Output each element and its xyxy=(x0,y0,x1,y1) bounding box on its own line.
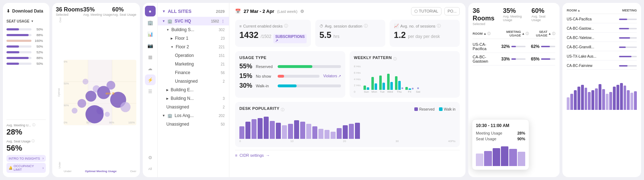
avg-seat-metric: Avg. Seat Usage ⓘ 56% xyxy=(6,139,46,153)
building-n[interactable]: ▶ Building N... 3 xyxy=(158,94,229,103)
rp1-row-0[interactable]: US-CA-Pacifica 32% 62% xyxy=(473,40,555,53)
big-chart xyxy=(567,74,637,173)
download-button[interactable]: ⬇ Download Data xyxy=(6,7,46,15)
site-svchq[interactable]: ▼ 🏢 SVC HQ 1502 ⋮ xyxy=(158,17,229,25)
nav-icon-cloud[interactable]: ☁ xyxy=(145,63,156,74)
operation-item[interactable]: Operation 151 xyxy=(158,51,229,60)
svg-text:45% ①: 45% ① xyxy=(106,92,114,95)
rp2-row-5[interactable]: CA-BC-Fairview xyxy=(567,62,637,70)
unassigned-la[interactable]: Unassigned 50 xyxy=(158,120,229,128)
bar-row-6: 88% xyxy=(6,56,46,60)
chart-icon-stat: 📈 xyxy=(394,24,399,28)
building-s[interactable]: ▼ Building S... 302 xyxy=(158,25,229,34)
rp2-row-3[interactable]: CA-BC-Granvill... xyxy=(567,43,637,51)
day-tue: Tue xyxy=(379,67,385,93)
sort-icon-seat[interactable]: ▲ xyxy=(548,32,551,35)
rp2-row-0[interactable]: US-CA-Pacifica xyxy=(567,15,637,23)
tutorial-btn[interactable]: ⬡ TUTORIAL xyxy=(411,7,441,15)
nav-icon-settings[interactable]: ⚙ xyxy=(145,152,156,163)
all-sites-header[interactable]: ▼ ALL SITES 2029 xyxy=(158,6,229,17)
svg-point-17 xyxy=(86,105,104,123)
rp2-row-4[interactable]: US-TX-Lake Aus... xyxy=(567,53,637,60)
nav-icon-home[interactable]: ● xyxy=(145,6,156,16)
info-icon-weekly: ⓘ xyxy=(393,57,397,62)
rp1-table-header: ROOM ▲ ⓘ MEETING USAGE ▲ ⓘ SEAT USAGE ▲ … xyxy=(473,29,555,39)
walkin-usage-row: 30% Walk-in xyxy=(239,82,341,89)
floor-1[interactable]: ▶ Floor 1 23 xyxy=(158,34,229,43)
nav-icon-grid[interactable]: ▦ xyxy=(145,52,156,62)
violators-link[interactable]: Violators ↗ xyxy=(323,74,341,78)
popularity-bars xyxy=(239,116,455,139)
icon-nav: ● 🏢 📊 📷 ▦ ☁ ⚡ ☰ ⚙ All xyxy=(143,3,158,177)
y-axis: Over Optimal Under xyxy=(56,19,63,166)
bubble-chart-area: Over Optimal Under xyxy=(56,19,136,174)
site-losangeles[interactable]: ▼ 🏢 Los Ang... 202 xyxy=(158,111,229,120)
svg-point-13 xyxy=(120,102,130,112)
info-icon-room: ⓘ xyxy=(487,31,491,36)
cidr-footer[interactable]: ≡ CIDR settings → xyxy=(235,150,460,157)
rp2-row-2[interactable]: CA-BC-Yaletow... xyxy=(567,34,637,42)
usage-type-title: USAGE TYPE xyxy=(239,55,341,60)
floor-2[interactable]: ▼ Floor 2 221 xyxy=(158,43,229,51)
rooms-selected-stat: 36 Rooms Selected xyxy=(56,6,83,16)
date-range: 📅 27 Mar - 2 Apr (Last week) ⚙ xyxy=(235,9,304,14)
nav-icon-building[interactable]: 🏢 xyxy=(145,17,156,28)
download-label: Download Data xyxy=(12,9,43,14)
svg-point-6 xyxy=(72,108,77,113)
unassigned-f2[interactable]: Unassigned 2 xyxy=(158,77,229,86)
intro-insights-btn[interactable]: INTRO TO INSIGHTS › xyxy=(6,155,46,162)
nav-icon-camera[interactable]: 📷 xyxy=(145,40,156,51)
info-icon-sessions: ⓘ xyxy=(437,23,441,29)
rp1-seat: 60% Avg. Seat Usage xyxy=(532,7,555,26)
sort-icon-meeting[interactable]: ▲ xyxy=(522,32,525,35)
chevron-down-icon: ▼ xyxy=(162,9,166,13)
right-panel-1: 36 Rooms Selected 35% Avg. Meeting Usage… xyxy=(468,3,560,177)
occupancy-limit-btn[interactable]: 🔔 OCCUPANCY LIMIT › xyxy=(6,163,46,173)
chevron-right-icon-be: ▶ xyxy=(166,88,169,92)
main-content-header: 📅 27 Mar - 2 Apr (Last week) ⚙ ⬡ TUTORIA… xyxy=(235,7,460,15)
chevron-down-icon-bs: ▼ xyxy=(166,28,169,31)
legend-reserved: Reserved xyxy=(414,107,435,111)
stats-row: ≡ Current enabled desks ⓘ 1432 /1502 SUB… xyxy=(235,20,460,47)
bar-row-3: 160% xyxy=(6,39,46,43)
clock-icon: ⏱ xyxy=(319,24,323,28)
nav-icon-lightning[interactable]: ⚡ xyxy=(145,74,156,85)
finance-item[interactable]: Finance 56 xyxy=(158,68,229,77)
sort-icon-room[interactable]: ▲ xyxy=(483,32,487,35)
arrow-right-icon: › xyxy=(43,156,44,160)
rp2-row-1[interactable]: CA-BC-Gastow... xyxy=(567,25,637,33)
info-icon-meeting: ⓘ xyxy=(526,31,529,36)
charts-row: USAGE TYPE 55% Reserved 15% No show Viol… xyxy=(235,51,460,98)
sort-icon-rp2[interactable]: ▲ xyxy=(577,9,580,12)
svg-point-11 xyxy=(107,81,115,89)
info-icon: ⓘ xyxy=(32,123,35,127)
svg-point-7 xyxy=(78,99,86,108)
info-icon-popularity: ⓘ xyxy=(281,107,284,112)
info-icon-session: ⓘ xyxy=(364,23,368,29)
bell-icon: 🔔 xyxy=(9,166,13,170)
noshow-usage-row: 15% No show Violators ↗ xyxy=(239,72,341,80)
subscriptions-link[interactable]: SUBSCRIPTIONS ↗ xyxy=(273,34,306,43)
dots-icon: ⋮ xyxy=(221,19,225,23)
popularity-legend: Reserved Walk in xyxy=(414,107,455,111)
arrow-right-icon-2: › xyxy=(43,166,44,170)
chevron-down-icon-la: ▼ xyxy=(162,114,165,117)
chevron-down-icon-f2: ▼ xyxy=(171,45,174,49)
bar-row-1: 50% xyxy=(6,28,46,31)
unassigned-svchq[interactable]: Unassigned 2 xyxy=(158,103,229,111)
svg-text:50%: 50% xyxy=(86,121,92,124)
nav-icon-list[interactable]: ☰ xyxy=(145,86,156,97)
main-content: 📅 27 Mar - 2 Apr (Last week) ⚙ ⬡ TUTORIA… xyxy=(229,3,465,177)
cidr-icon: ≡ xyxy=(235,153,237,157)
seat-usage-bars: 50% 88% 160% 50% 52% 88% 50% xyxy=(6,28,46,65)
weekly-bars: Sun Mon xyxy=(364,65,455,93)
day-sun: Sun xyxy=(364,67,369,93)
rp1-row-1[interactable]: CA-BC-Gastown 33% 65% xyxy=(473,53,555,65)
nav-icon-chart[interactable]: 📊 xyxy=(145,29,156,39)
po-btn[interactable]: PO... xyxy=(444,7,460,15)
desk-icon: ≡ xyxy=(239,24,241,28)
building-e[interactable]: ▶ Building E... xyxy=(158,86,229,94)
marketing-item[interactable]: Marketing 21 xyxy=(158,60,229,68)
settings-icon-date[interactable]: ⚙ xyxy=(300,9,304,14)
nav-icon-all[interactable]: All xyxy=(145,164,156,174)
